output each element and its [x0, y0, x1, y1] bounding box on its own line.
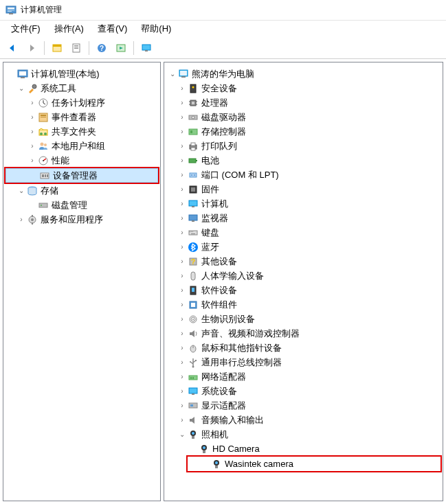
storage-controllers[interactable]: › 存储控制器	[166, 124, 441, 139]
ports[interactable]: › 端口 (COM 和 LPT)	[166, 168, 441, 182]
tree-label: 处理器	[201, 97, 228, 109]
storage-controller-icon	[188, 126, 199, 137]
software-components[interactable]: › 软件组件	[166, 297, 441, 312]
software-devices[interactable]: › 软件设备	[166, 283, 441, 297]
other-devices[interactable]: › ? 其他设备	[166, 254, 441, 268]
system-devices[interactable]: › 系统设备	[166, 384, 441, 398]
action-button[interactable]	[113, 40, 129, 56]
toggle-collapsed-icon[interactable]: ›	[177, 170, 188, 181]
batteries[interactable]: › 电池	[166, 153, 441, 168]
toggle-collapsed-icon[interactable]: ›	[177, 98, 188, 108]
audio-io[interactable]: › 音频输入和输出	[166, 413, 441, 427]
print-queues[interactable]: › 打印队列	[166, 139, 441, 153]
toggle-collapsed-icon[interactable]: ›	[177, 386, 188, 397]
toggle-collapsed-icon[interactable]: ›	[177, 242, 188, 253]
svg-rect-10	[74, 48, 78, 49]
keyboards[interactable]: › 键盘	[166, 225, 441, 240]
toggle-expanded-icon[interactable]: ⌄	[167, 69, 178, 80]
toggle-collapsed-icon[interactable]: ›	[177, 213, 188, 224]
firmware[interactable]: › 固件	[166, 182, 441, 196]
cameras[interactable]: ⌄ 照相机	[166, 427, 441, 442]
toggle-collapsed-icon[interactable]: ›	[27, 126, 38, 137]
toggle-collapsed-icon[interactable]: ›	[177, 357, 188, 368]
svg-rect-72	[190, 231, 190, 232]
wasintek-camera[interactable]: › Wasintek camera	[188, 457, 441, 471]
toggle-expanded-icon[interactable]: ⌄	[16, 185, 27, 196]
toggle-collapsed-icon[interactable]: ›	[177, 299, 188, 310]
storage[interactable]: ⌄ 存储	[5, 183, 159, 198]
toggle-collapsed-icon[interactable]: ›	[177, 285, 188, 296]
menu-file[interactable]: 文件(F)	[4, 21, 47, 36]
toggle-collapsed-icon[interactable]: ›	[177, 198, 188, 209]
toggle-expanded-icon[interactable]: ⌄	[16, 83, 27, 94]
biometric[interactable]: › 生物识别设备	[166, 312, 441, 326]
svg-rect-48	[192, 102, 194, 104]
svg-rect-1	[8, 8, 14, 9]
display-adapters[interactable]: › 显示适配器	[166, 398, 441, 413]
bluetooth[interactable]: › 蓝牙	[166, 240, 441, 254]
toggle-collapsed-icon[interactable]: ›	[16, 214, 27, 225]
computer-root[interactable]: ⌄ 熊涛的华为电脑	[166, 67, 441, 81]
toggle-collapsed-icon[interactable]: ›	[177, 314, 188, 325]
help-button[interactable]: ?	[93, 40, 110, 56]
local-users-groups[interactable]: › 本地用户和组	[5, 139, 159, 153]
disk-drives[interactable]: › 磁盘驱动器	[166, 110, 441, 124]
toggle-collapsed-icon[interactable]: ›	[177, 271, 188, 282]
toggle-collapsed-icon[interactable]: ›	[177, 328, 188, 339]
tree-label: 生物识别设备	[201, 313, 255, 325]
toggle-collapsed-icon[interactable]: ›	[177, 112, 188, 123]
security-devices[interactable]: › 安全设备	[166, 81, 441, 95]
menu-view[interactable]: 查看(V)	[91, 21, 134, 36]
shared-folders[interactable]: › 共享文件夹	[5, 124, 159, 139]
toggle-collapsed-icon[interactable]: ›	[177, 155, 188, 166]
usb-controllers[interactable]: › 通用串行总线控制器	[166, 355, 441, 369]
monitors[interactable]: › 监视器	[166, 211, 441, 225]
toggle-collapsed-icon[interactable]: ›	[177, 141, 188, 152]
toggle-collapsed-icon[interactable]: ›	[27, 98, 38, 108]
toggle-collapsed-icon[interactable]: ›	[177, 126, 188, 137]
svg-rect-41	[32, 222, 33, 225]
tree-root[interactable]: ▸ 计算机管理(本地)	[5, 67, 159, 81]
toggle-collapsed-icon[interactable]: ›	[177, 371, 188, 382]
mice[interactable]: › 鼠标和其他指针设备	[166, 341, 441, 355]
performance[interactable]: › 性能	[5, 153, 159, 168]
tools-icon	[27, 83, 38, 94]
toggle-collapsed-icon[interactable]: ›	[177, 400, 188, 411]
tree-label: HD Camera	[212, 444, 260, 454]
svg-rect-79	[191, 272, 195, 280]
toggle-collapsed-icon[interactable]: ›	[177, 227, 188, 238]
device-manager[interactable]: › 设备管理器	[5, 168, 158, 183]
show-hide-button[interactable]	[49, 40, 65, 56]
system-tools[interactable]: ⌄ 系统工具	[5, 81, 159, 95]
svg-text:?: ?	[191, 258, 195, 266]
audio-controllers[interactable]: › 声音、视频和游戏控制器	[166, 326, 441, 341]
tree-label: 声音、视频和游戏控制器	[201, 328, 300, 340]
back-button[interactable]	[4, 40, 21, 56]
processors[interactable]: › 处理器	[166, 95, 441, 110]
hd-camera[interactable]: › HD Camera	[166, 442, 441, 456]
menu-action[interactable]: 操作(A)	[47, 21, 91, 36]
tree-label: 磁盘管理	[52, 199, 87, 211]
toggle-expanded-icon[interactable]: ⌄	[177, 429, 188, 440]
toggle-collapsed-icon[interactable]: ›	[27, 141, 38, 152]
svg-point-54	[192, 116, 194, 119]
toggle-collapsed-icon[interactable]: ›	[177, 343, 188, 354]
properties-button[interactable]	[68, 40, 85, 56]
task-scheduler[interactable]: › 任务计划程序	[5, 95, 159, 110]
forward-button[interactable]	[23, 40, 40, 56]
toggle-collapsed-icon[interactable]: ›	[27, 155, 38, 166]
menu-help[interactable]: 帮助(H)	[134, 21, 178, 36]
toggle-collapsed-icon[interactable]: ›	[177, 415, 188, 426]
toggle-collapsed-icon[interactable]: ›	[177, 256, 188, 267]
services-apps[interactable]: › 服务和应用程序	[5, 212, 159, 227]
network-adapters[interactable]: › 网络适配器	[166, 369, 441, 384]
computers[interactable]: › 计算机	[166, 196, 441, 211]
hid[interactable]: › 人体学输入设备	[166, 268, 441, 283]
monitor-button[interactable]	[138, 40, 155, 56]
toggle-collapsed-icon[interactable]: ›	[177, 83, 188, 94]
toggle-collapsed-icon[interactable]: ›	[27, 112, 38, 123]
svg-rect-44	[181, 76, 186, 78]
disk-management[interactable]: › 磁盘管理	[5, 198, 159, 212]
toggle-collapsed-icon[interactable]: ›	[177, 184, 188, 195]
event-viewer[interactable]: › 事件查看器	[5, 110, 159, 124]
